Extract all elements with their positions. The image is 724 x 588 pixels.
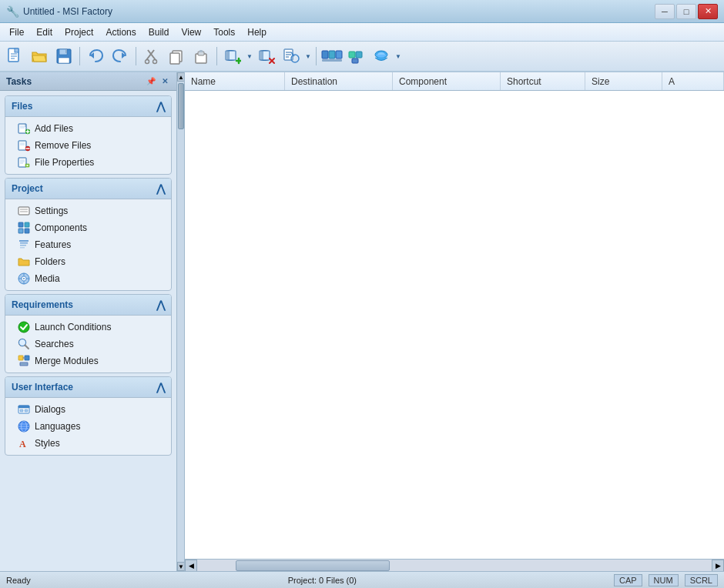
toolbar-remove-button[interactable] <box>255 45 278 68</box>
toolbar-cut-button[interactable] <box>140 45 163 68</box>
minimize-button[interactable]: ─ <box>655 4 675 19</box>
remove-files-icon <box>18 139 30 152</box>
toolbar-undo-button[interactable] <box>84 45 107 68</box>
settings-icon <box>18 205 30 217</box>
close-button[interactable]: ✕ <box>698 4 718 19</box>
section-user-interface-title: User Interface <box>12 382 73 393</box>
window-title: Untitled - MSI Factory <box>23 6 655 17</box>
maximize-button[interactable]: □ <box>676 4 696 19</box>
menu-project[interactable]: Project <box>59 25 99 39</box>
title-bar: 🔧 Untitled - MSI Factory ─ □ ✕ <box>0 0 724 23</box>
folders-label: Folders <box>35 256 65 267</box>
sidebar-item-launch-conditions[interactable]: Launch Conditions <box>5 319 171 336</box>
toolbar-add-dropdown[interactable]: ▼ <box>246 45 253 68</box>
svg-rect-69 <box>25 222 29 227</box>
tasks-scrollbar[interactable]: ▲ ▼ <box>176 72 184 571</box>
menu-view[interactable]: View <box>175 25 207 39</box>
col-header-shortcut[interactable]: Shortcut <box>501 72 585 90</box>
hscroll-left-arrow[interactable]: ◀ <box>185 560 197 572</box>
menu-tools[interactable]: Tools <box>207 25 241 39</box>
content-body <box>185 91 724 559</box>
dialogs-label: Dialogs <box>35 404 65 415</box>
toolbar-new-button[interactable] <box>3 45 26 68</box>
hscroll-thumb[interactable] <box>236 560 390 571</box>
col-header-name[interactable]: Name <box>185 72 285 90</box>
toolbar-save-button[interactable] <box>52 45 75 68</box>
svg-rect-1 <box>15 48 18 52</box>
status-bar: Ready Project: 0 Files (0) CAP NUM SCRL <box>0 571 724 588</box>
menu-edit[interactable]: Edit <box>30 25 59 39</box>
menu-file[interactable]: File <box>3 25 30 39</box>
svg-rect-22 <box>229 51 236 60</box>
toolbar-build2-button[interactable] <box>345 45 368 68</box>
sidebar-item-add-files[interactable]: Add Files <box>5 120 171 137</box>
svg-rect-40 <box>322 59 342 62</box>
svg-rect-41 <box>349 52 355 58</box>
hscroll-right-arrow[interactable]: ▶ <box>712 560 724 572</box>
col-header-destination[interactable]: Destination <box>285 72 393 90</box>
toolbar-copy-button[interactable] <box>165 45 188 68</box>
sidebar-item-features[interactable]: Features <box>5 236 171 253</box>
svg-rect-58 <box>18 158 26 167</box>
svg-rect-92 <box>25 409 28 412</box>
toolbar-paste-button[interactable] <box>189 45 213 68</box>
sidebar-item-components[interactable]: Components <box>5 219 171 236</box>
svg-point-13 <box>146 60 149 64</box>
toolbar-deploy-button[interactable] <box>370 45 393 68</box>
sidebar-item-remove-files[interactable]: Remove Files <box>5 137 171 154</box>
window-controls: ─ □ ✕ <box>655 4 718 19</box>
svg-rect-27 <box>263 51 270 60</box>
section-user-interface-header[interactable]: User Interface ⋀ <box>5 377 171 398</box>
hscroll-track[interactable] <box>197 560 712 572</box>
tasks-scroll-track[interactable] <box>177 82 184 562</box>
toolbar-build1-button[interactable] <box>320 45 344 68</box>
sidebar-item-media[interactable]: Media <box>5 270 171 287</box>
menu-build[interactable]: Build <box>142 25 176 39</box>
col-header-a[interactable]: A <box>662 72 724 90</box>
toolbar-open-button[interactable] <box>28 45 51 68</box>
sidebar-item-styles[interactable]: A Styles <box>5 435 171 452</box>
tasks-scroll-down[interactable]: ▼ <box>177 562 185 571</box>
tasks-scroll-up[interactable]: ▲ <box>177 72 185 82</box>
toolbar: ▼ ▼ <box>0 42 724 72</box>
col-size-label: Size <box>592 76 609 87</box>
section-requirements-header[interactable]: Requirements ⋀ <box>5 295 171 316</box>
section-requirements: Requirements ⋀ Launch Conditions <box>5 294 172 373</box>
sidebar-item-file-properties[interactable]: File Properties <box>5 154 171 171</box>
col-header-size[interactable]: Size <box>585 72 662 90</box>
styles-icon: A <box>18 437 30 449</box>
tasks-pin-button[interactable]: 📌 <box>146 76 156 87</box>
sidebar-item-merge-modules[interactable]: Merge Modules <box>5 352 171 369</box>
launch-conditions-label: Launch Conditions <box>35 322 111 332</box>
file-properties-icon <box>18 156 30 169</box>
toolbar-properties-button[interactable] <box>280 45 303 68</box>
tasks-scroll-area: Files ⋀ <box>0 91 176 571</box>
toolbar-props-dropdown[interactable]: ▼ <box>304 45 312 68</box>
menu-help[interactable]: Help <box>241 25 273 39</box>
svg-point-14 <box>153 60 157 64</box>
settings-label: Settings <box>35 205 68 216</box>
section-requirements-items: Launch Conditions Searches <box>5 316 171 373</box>
svg-rect-71 <box>25 229 29 233</box>
col-shortcut-label: Shortcut <box>507 76 541 87</box>
toolbar-redo-button[interactable] <box>109 45 132 68</box>
sidebar-item-languages[interactable]: Languages <box>5 418 171 435</box>
section-files-header[interactable]: Files ⋀ <box>5 96 171 117</box>
tasks-close-button[interactable]: ✕ <box>159 76 170 87</box>
content-hscroll[interactable]: ◀ ▶ <box>185 559 724 571</box>
components-label: Components <box>35 222 87 233</box>
menu-actions[interactable]: Actions <box>99 25 142 39</box>
sidebar-item-dialogs[interactable]: Dialogs <box>5 401 171 418</box>
section-project-header[interactable]: Project ⋀ <box>5 179 171 199</box>
section-files: Files ⋀ <box>5 95 172 175</box>
copy-icon <box>168 48 185 65</box>
save-icon <box>55 48 72 65</box>
toolbar-add-button[interactable] <box>221 45 244 68</box>
tasks-scroll-thumb[interactable] <box>178 83 184 129</box>
col-header-component[interactable]: Component <box>393 72 501 90</box>
sidebar-item-searches[interactable]: Searches <box>5 336 171 352</box>
sidebar-item-settings[interactable]: Settings <box>5 202 171 219</box>
merge-modules-label: Merge Modules <box>35 356 99 366</box>
toolbar-deploy-dropdown[interactable]: ▼ <box>394 45 402 68</box>
sidebar-item-folders[interactable]: Folders <box>5 253 171 270</box>
